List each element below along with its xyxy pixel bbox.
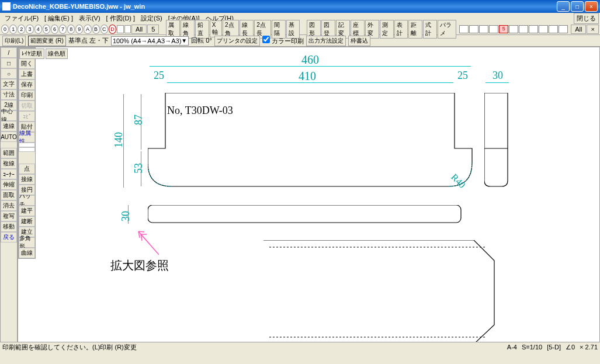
color-9[interactable] — [539, 25, 548, 33]
tb-enchoku[interactable]: 鉛直 — [195, 20, 209, 39]
tool-centerline[interactable]: 中心線 — [1, 110, 17, 121]
layer-all[interactable]: All — [131, 25, 147, 34]
dim-line-30 — [485, 82, 509, 83]
color-7[interactable] — [519, 25, 528, 33]
range-change-button[interactable]: 範囲変更 (R) — [28, 36, 66, 46]
rbtn-save[interactable]: 保存 — [19, 79, 35, 90]
menu-edit[interactable]: [ 編集(E) ] — [42, 14, 75, 23]
layer-9[interactable]: 9 — [75, 25, 83, 34]
rbtn-curve[interactable]: 曲線 — [19, 248, 35, 258]
layer-B[interactable]: B — [92, 25, 100, 34]
color-5[interactable]: 5 — [499, 25, 508, 33]
layer-7[interactable]: 7 — [59, 25, 67, 34]
menu-settings[interactable]: 設定(S) — [138, 14, 165, 23]
layer-C[interactable]: C — [100, 25, 108, 34]
layer-5[interactable]: 5 — [43, 25, 50, 34]
status-coord[interactable]: [5-D] — [547, 344, 561, 351]
tb-kyori[interactable]: 距離 — [408, 20, 422, 39]
color-2[interactable] — [469, 25, 478, 33]
rbtn-hatch[interactable]: ハッチ — [19, 195, 35, 206]
color-white[interactable] — [459, 25, 469, 33]
rbtn-cut[interactable]: 切取 — [19, 100, 35, 111]
tool-auto[interactable]: AUTO — [1, 131, 17, 142]
color-11[interactable] — [559, 25, 568, 33]
layer-4[interactable]: 4 — [34, 25, 42, 34]
line-color-order-button[interactable]: 線色順 — [46, 48, 68, 59]
tool-rect[interactable]: □ — [1, 58, 17, 68]
toolbar-print: 印刷(L) 範囲変更 (R) 基準点 左・下 100% (A4→A4,A3→A3… — [0, 35, 600, 47]
layer-3[interactable]: 3 — [26, 25, 33, 34]
tool-corner[interactable]: ｺｰﾅｰ — [1, 169, 17, 179]
tool-text[interactable]: 文字 — [1, 79, 17, 89]
tool-erase[interactable]: 消去 — [1, 200, 17, 211]
tool-copy[interactable]: 複写 — [1, 211, 17, 221]
toolbar-layers: 0 1 2 3 4 5 6 7 8 9 A B C D All 5 属取 線角 … — [0, 23, 600, 35]
rbtn-lineattr[interactable]: 線属性 — [19, 132, 35, 143]
layer-D[interactable]: D — [109, 25, 116, 34]
enlarged-view-shape — [263, 240, 497, 345]
maximize-button[interactable]: □ — [571, 1, 584, 12]
layer-A[interactable]: A — [84, 25, 91, 34]
tool-move[interactable]: 移動 — [1, 221, 17, 232]
tool-chamfer[interactable]: 面取 — [1, 190, 17, 200]
status-angle[interactable]: ∠0 — [566, 344, 575, 351]
tool-back[interactable]: 戻る — [1, 232, 17, 242]
output-settings-button[interactable]: 出力方法設定 — [306, 36, 346, 46]
color-3[interactable] — [479, 25, 488, 33]
tool-line[interactable]: / — [1, 47, 17, 58]
tb-shikikei[interactable]: 式計 — [423, 20, 437, 39]
dim-line-30b — [128, 205, 129, 224]
tool-polyline[interactable]: 連線 — [1, 121, 17, 131]
tool-range[interactable]: 範囲 — [1, 148, 17, 158]
print-button[interactable]: 印刷(L) — [2, 36, 26, 46]
layer-0[interactable]: 0 — [1, 25, 9, 34]
color-10[interactable] — [549, 25, 558, 33]
menu-view[interactable]: 表示(V) — [77, 14, 103, 23]
status-zoom[interactable]: × 2.71 — [580, 344, 598, 351]
color-8[interactable] — [529, 25, 538, 33]
rbtn-point[interactable]: 点 — [19, 164, 35, 174]
tool-circle[interactable]: ○ — [1, 68, 17, 79]
layer-order-button[interactable]: ﾚｲﾔ逆順 — [19, 48, 44, 59]
layer-all2[interactable]: All — [571, 25, 586, 34]
rbtn-tangent[interactable]: 接線 — [19, 174, 35, 185]
layer-sq2[interactable] — [124, 25, 131, 33]
status-paper[interactable]: A-4 — [507, 344, 517, 351]
rbtn-open[interactable]: 開く — [19, 58, 35, 69]
frame-write-button[interactable]: 枠書込 — [348, 36, 370, 46]
status-scale[interactable]: S=1/10 — [522, 344, 542, 351]
rbtn-polygon[interactable]: 多角形 — [19, 237, 35, 248]
tool-extend[interactable]: 伸縮 — [1, 179, 17, 190]
tool-fukusen[interactable]: 複線 — [1, 158, 17, 169]
color-4[interactable] — [489, 25, 498, 33]
layer-x[interactable]: × — [587, 25, 598, 34]
layer-1[interactable]: 1 — [9, 25, 17, 34]
tb-hyokei[interactable]: 表計 — [394, 20, 408, 39]
printer-settings-button[interactable]: プリンタの設定 — [214, 36, 260, 46]
rbtn-copy[interactable]: ｺﾋﾟ — [19, 111, 35, 122]
tool-dimension[interactable]: 寸法 — [1, 89, 17, 100]
rbtn-kendan[interactable]: 建断 — [19, 216, 35, 227]
panel-close-button[interactable]: 閉じる — [574, 13, 599, 24]
status-bar: 印刷範囲を確認してください。(L)印刷 (R)変更 A-4 S=1/10 [5-… — [0, 342, 600, 352]
close-button[interactable]: × — [585, 1, 598, 12]
menu-draw[interactable]: [ 作図(D) ] — [104, 14, 138, 23]
rbtn-kenpei[interactable]: 建平 — [19, 206, 35, 216]
tb-param[interactable]: パラメ — [438, 20, 456, 39]
layer-2[interactable]: 2 — [18, 25, 25, 34]
layer-sq1[interactable] — [117, 25, 124, 33]
rbtn-print[interactable]: 印刷 — [19, 90, 35, 100]
layer-6[interactable]: 6 — [51, 25, 58, 34]
menu-file[interactable]: ファイル(F) — [2, 14, 41, 23]
rbtn-overwrite[interactable]: 上書 — [19, 69, 35, 79]
drawing-canvas[interactable]: ﾚｲﾔ逆順 線色順 460 410 25 25 30 140 87 53 30 … — [18, 47, 600, 352]
tb-sokutei[interactable]: 測定 — [380, 20, 394, 39]
color-6[interactable] — [509, 25, 518, 33]
scale-select[interactable]: 100% (A4→A4,A3→A3) ▼ — [111, 36, 189, 46]
layer-5btn[interactable]: 5 — [147, 25, 159, 34]
window-title: DecoNiche_KOBE-YUMEBISO.jww - jw_win — [13, 3, 556, 10]
minimize-button[interactable]: _ — [557, 1, 570, 12]
layer-8[interactable]: 8 — [67, 25, 75, 34]
status-message: 印刷範囲を確認してください。(L)印刷 (R)変更 — [2, 343, 137, 352]
color-print-checkbox[interactable]: カラー印刷 — [262, 36, 304, 46]
